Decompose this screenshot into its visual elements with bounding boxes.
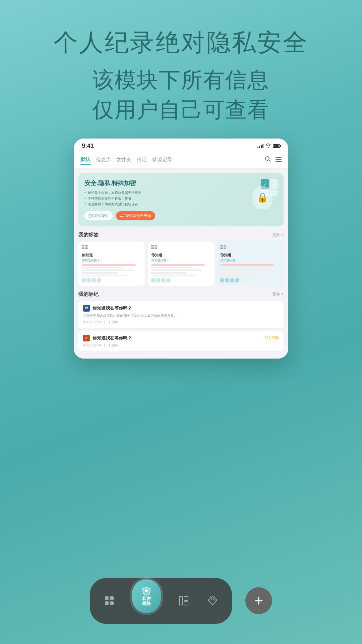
notes-section-header: 我的标记 更多 > — [78, 291, 284, 298]
tags-section-title: 我的标签 — [78, 232, 99, 238]
svg-rect-4 — [82, 248, 84, 249]
note-title-1: 你知道我在等你吗？ — [93, 305, 132, 311]
tag-card-2[interactable]: 你知道 你知道我在干... — [148, 241, 215, 286]
note-card-1[interactable]: W 你知道我在等你吗？ 在最近更新内容小取内容前28个字符作为文本的缩略展示是是… — [78, 301, 284, 328]
security-bullet-1: 秘钥导入失败，本模块数据无法显示 — [84, 191, 247, 195]
svg-rect-11 — [155, 245, 157, 246]
tab-dreamlog[interactable]: 梦境记录 — [152, 155, 172, 164]
security-card-title: 安全.隐私.特殊加密 — [84, 179, 247, 187]
tab-biography[interactable]: 传记 — [137, 155, 147, 164]
note-card-2-header: P 你知道我在等你吗？ 22分30秒 — [83, 335, 279, 341]
svg-rect-21 — [110, 596, 114, 600]
tag-card-sub-1: 你知道我在干... — [82, 258, 142, 263]
battery-icon — [273, 144, 280, 148]
nav-bar: 默认 信息库 文件夹 传记 梦境记录 — [74, 152, 288, 168]
svg-rect-13 — [155, 248, 157, 249]
tag-card-title-2: 你知道 — [151, 253, 211, 258]
tab-default[interactable]: 默认 — [80, 155, 90, 165]
svg-rect-27 — [184, 602, 188, 605]
tab-infodb[interactable]: 信息库 — [96, 155, 111, 164]
cloud-backup-label: 秘钥备份至云端 — [125, 213, 151, 218]
nav-btn-diamond[interactable] — [206, 595, 219, 607]
tag-cards-list: 你知道 你知道我在干... — [78, 241, 284, 286]
copy-key-label: 复制秘钥 — [94, 213, 109, 218]
note-title-2: 你知道我在等你吗？ — [93, 335, 132, 341]
tag-card-icon-2 — [151, 245, 211, 251]
menu-icon[interactable] — [276, 156, 282, 163]
tag-card-icon-3 — [220, 245, 280, 251]
svg-rect-2 — [82, 245, 84, 246]
note-date-2: 05/30 23:50 — [83, 343, 101, 347]
notes-more-button[interactable]: 更多 > — [272, 291, 284, 297]
nav-tabs: 默认 信息库 文件夹 传记 梦境记录 — [80, 155, 172, 165]
tags-section-header: 我的标签 更多 > — [78, 232, 284, 238]
svg-point-0 — [265, 157, 269, 160]
nav-action-icons — [265, 156, 282, 164]
security-card-decoration: ✓ 🔒 — [247, 179, 278, 209]
tag-card-icon-1 — [82, 245, 142, 251]
svg-rect-15 — [220, 247, 223, 248]
tag-dots-3 — [220, 278, 280, 282]
tag-card-title-1: 你知道 — [82, 253, 142, 258]
svg-rect-16 — [220, 248, 223, 249]
security-card-left: 安全.隐私.特殊加密 秘钥导入失败，本模块数据无法显示 本模块数据仅在手机端可查… — [84, 179, 247, 220]
tags-more-button[interactable]: 更多 > — [272, 232, 284, 238]
note-meta-1: 05/30 23:50 | 1.3Mb — [83, 320, 279, 324]
nav-btn-grid[interactable] — [103, 595, 115, 607]
cloud-backup-button[interactable]: 秘钥备份至云端 — [116, 211, 155, 220]
note-size-2: 1.3Mb — [108, 343, 118, 347]
tag-card-title-3: 你知道 — [220, 253, 280, 258]
svg-rect-25 — [179, 596, 183, 605]
tag-card-sub-2: 你知道我在干... — [151, 258, 211, 263]
bottom-nav-pill: 私密模块 — [90, 578, 232, 624]
tags-section: 我的标签 更多 > 你知道 你知道我在干... — [78, 232, 284, 286]
svg-rect-9 — [151, 247, 154, 248]
status-bar: 9:41 — [74, 139, 288, 152]
note-ppt-icon: P — [83, 335, 90, 341]
note-word-icon: W — [83, 305, 90, 312]
privacy-label: 私密模块 — [142, 596, 151, 606]
svg-rect-3 — [82, 247, 84, 248]
tag-dots-2 — [151, 278, 211, 282]
subtitle-line1: 该模块下所有信息 — [93, 68, 269, 92]
nav-btn-privacy[interactable]: 私密模块 — [132, 579, 161, 613]
svg-rect-19 — [224, 248, 226, 249]
wifi-icon — [265, 143, 271, 149]
bottom-nav: 私密模块 — [0, 578, 362, 624]
tag-card-lines-1 — [82, 264, 142, 276]
note-card-2[interactable]: P 你知道我在等你吗？ 22分30秒 05/30 23:50 | 1.3Mb — [78, 331, 284, 351]
note-badge-2: 22分30秒 — [265, 336, 279, 340]
status-time: 9:41 — [82, 143, 94, 150]
note-card-1-header: W 你知道我在等你吗？ — [83, 305, 279, 312]
nav-btn-template[interactable] — [178, 595, 190, 607]
tag-card-1[interactable]: 你知道 你知道我在干... — [78, 241, 145, 286]
note-date-1: 05/30 23:50 — [83, 320, 101, 324]
tag-card-3[interactable]: 你知道 你知道我在干... — [217, 241, 284, 286]
svg-point-24 — [145, 589, 148, 592]
security-bullet-2: 本模块数据仅在手机端可查看 — [84, 196, 247, 201]
svg-rect-18 — [224, 247, 226, 248]
content-area: 安全.隐私.特殊加密 秘钥导入失败，本模块数据无法显示 本模块数据仅在手机端可查… — [74, 168, 288, 359]
security-bullet-3: 请选择以下两种方式进行秘钥保存 — [84, 202, 247, 207]
svg-rect-7 — [85, 248, 88, 249]
grid-cell-1 — [270, 179, 278, 189]
svg-rect-10 — [151, 248, 154, 249]
shield-decoration: 🔒 — [252, 186, 273, 209]
fab-add-button[interactable] — [245, 587, 272, 614]
notes-section-title: 我的标记 — [78, 291, 99, 298]
status-icons — [257, 143, 280, 149]
signal-icon — [257, 144, 263, 148]
subtitle: 该模块下所有信息 仅用户自己可查看 — [0, 65, 362, 125]
note-size-1: 1.3Mb — [108, 320, 118, 324]
tab-folder[interactable]: 文件夹 — [116, 155, 131, 164]
subtitle-line2: 仅用户自己可查看 — [93, 98, 269, 122]
svg-rect-1 — [89, 215, 91, 217]
phone-mockup: 9:41 默认 信息库 文件夹 — [74, 139, 288, 359]
svg-rect-20 — [105, 596, 109, 600]
search-icon[interactable] — [265, 156, 271, 164]
tag-card-lines-3 — [220, 264, 280, 276]
lock-icon: 🔒 — [257, 192, 268, 203]
security-card-list: 秘钥导入失败，本模块数据无法显示 本模块数据仅在手机端可查看 请选择以下两种方式… — [84, 191, 247, 207]
copy-key-button[interactable]: 复制秘钥 — [84, 211, 113, 220]
note-meta-2: 05/30 23:50 | 1.3Mb — [83, 343, 279, 347]
